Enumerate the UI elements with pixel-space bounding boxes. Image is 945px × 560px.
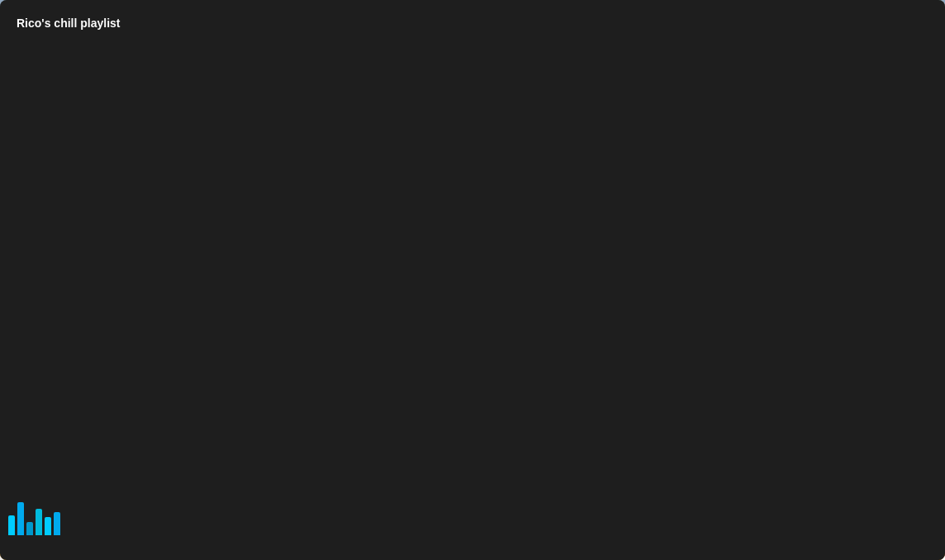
recent-card-ricos-chill[interactable]: Rico's chill playlist	[780, 387, 919, 525]
waveform	[780, 502, 919, 525]
recently-played-section: Recently Played › DEEPER WELL	[183, 356, 919, 525]
recently-played-grid: DEEPER WELL ♪ Apple Music Jennifer	[183, 387, 919, 525]
main-content: Home Top Picks for You Listen Again Made…	[157, 43, 945, 560]
app-body: 🔍 Apple Music 🏠 Home ⊞ New 📶 Radio Libra…	[0, 43, 945, 560]
